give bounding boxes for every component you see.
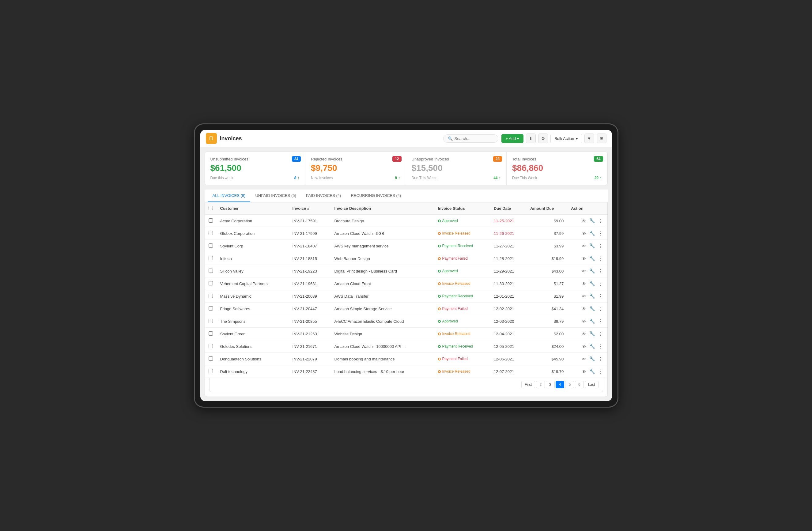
row-action: 👁 🔧 ⋮ — [567, 290, 607, 303]
view-icon[interactable]: 👁 — [581, 280, 587, 287]
add-button[interactable]: + Add ▾ — [502, 134, 524, 143]
edit-icon[interactable]: 🔧 — [589, 293, 596, 299]
row-checkbox-8[interactable] — [205, 315, 217, 328]
edit-icon[interactable]: 🔧 — [589, 305, 596, 312]
edit-icon[interactable]: 🔧 — [589, 368, 596, 375]
view-icon[interactable]: 👁 — [581, 230, 587, 237]
search-bar[interactable]: 🔍 — [443, 134, 498, 143]
view-icon[interactable]: 👁 — [581, 243, 587, 249]
more-icon[interactable]: ⋮ — [597, 280, 604, 287]
row-action: 👁 🔧 ⋮ — [567, 353, 607, 365]
row-checkbox-6[interactable] — [205, 290, 217, 303]
page-btn-last[interactable]: Last — [585, 381, 598, 388]
row-due-date: 11-26-2021 — [490, 227, 526, 240]
view-icon[interactable]: 👁 — [581, 331, 587, 337]
more-icon[interactable]: ⋮ — [597, 218, 604, 224]
row-checkbox-9[interactable] — [205, 328, 217, 340]
more-icon[interactable]: ⋮ — [597, 242, 604, 249]
edit-icon[interactable]: 🔧 — [589, 330, 596, 337]
more-icon[interactable]: ⋮ — [597, 330, 604, 337]
invoice-table: CustomerInvoice #Invoice DescriptionInvo… — [205, 203, 607, 378]
status-dot — [438, 308, 441, 310]
more-icon[interactable]: ⋮ — [597, 293, 604, 299]
edit-icon[interactable]: 🔧 — [589, 218, 596, 224]
row-action: 👁 🔧 ⋮ — [567, 365, 607, 378]
row-checkbox-1[interactable] — [205, 227, 217, 240]
view-icon[interactable]: 👁 — [581, 255, 587, 262]
filter-button[interactable]: ▼ — [584, 133, 594, 143]
status-text: Payment Failed — [442, 357, 468, 361]
search-input[interactable] — [454, 136, 494, 141]
screen: 🗒 Invoices 🔍 + Add ▾ ⬇ ⚙ Bulk Acti — [200, 130, 612, 401]
arrow-up-icon-3: ↑ — [600, 176, 602, 180]
select-all-checkbox[interactable] — [208, 206, 213, 210]
page-btn-2[interactable]: 2 — [536, 381, 545, 388]
edit-icon[interactable]: 🔧 — [589, 355, 596, 362]
status-dot — [438, 220, 441, 222]
tab-2[interactable]: PAID INVOICES (4) — [301, 190, 346, 202]
row-checkbox-10[interactable] — [205, 340, 217, 353]
more-icon[interactable]: ⋮ — [597, 343, 604, 350]
view-icon[interactable]: 👁 — [581, 356, 587, 362]
page-btn-5[interactable]: 5 — [565, 381, 574, 388]
edit-icon[interactable]: 🔧 — [589, 242, 596, 249]
view-icon[interactable]: 👁 — [581, 318, 587, 325]
col-header-1: Customer — [217, 203, 289, 215]
more-icon[interactable]: ⋮ — [597, 305, 604, 312]
summary-card-1: Rejected Invoices 12 $9,750 New Invoices… — [305, 152, 406, 185]
row-checkbox-0[interactable] — [205, 215, 217, 227]
summary-badge-0: 34 — [292, 156, 301, 162]
more-icon[interactable]: ⋮ — [597, 368, 604, 375]
status-text: Invoice Released — [442, 231, 470, 236]
view-icon[interactable]: 👁 — [581, 306, 587, 312]
view-icon[interactable]: 👁 — [581, 268, 587, 275]
row-checkbox-5[interactable] — [205, 278, 217, 290]
summary-label-0: Unsubmitted Invoices — [211, 157, 300, 161]
more-icon[interactable]: ⋮ — [597, 268, 604, 275]
row-amount: $3.99 — [526, 240, 567, 252]
row-due-date: 12-01-2021 — [490, 290, 526, 303]
row-due-date: 12-02-2021 — [490, 303, 526, 315]
settings-button[interactable]: ⚙ — [538, 133, 548, 143]
row-action: 👁 🔧 ⋮ — [567, 215, 607, 227]
col-header-6: Amount Due — [526, 203, 567, 215]
row-checkbox-3[interactable] — [205, 252, 217, 265]
table-row: Golddex SolutionsINV-21-21671Amazon Clou… — [205, 340, 607, 353]
table-row: Soylent GreenINV-21-21263Website DesignI… — [205, 328, 607, 340]
edit-icon[interactable]: 🔧 — [589, 343, 596, 350]
row-amount: $1.99 — [526, 290, 567, 303]
more-icon[interactable]: ⋮ — [597, 255, 604, 262]
row-checkbox-7[interactable] — [205, 303, 217, 315]
summary-footer-left-0: Due this week — [211, 176, 233, 180]
page-btn-first[interactable]: First — [521, 381, 535, 388]
view-icon[interactable]: 👁 — [581, 293, 587, 299]
more-icon[interactable]: ⋮ — [597, 318, 604, 325]
tab-3[interactable]: RECURRING INVOICES (4) — [346, 190, 406, 202]
layout-button[interactable]: ⊞ — [597, 133, 607, 143]
edit-icon[interactable]: 🔧 — [589, 318, 596, 325]
row-due-date: 12-07-2021 — [490, 365, 526, 378]
more-icon[interactable]: ⋮ — [597, 230, 604, 237]
view-icon[interactable]: 👁 — [581, 368, 587, 375]
tab-0[interactable]: ALL INVOICES (9) — [208, 190, 250, 202]
row-checkbox-2[interactable] — [205, 240, 217, 252]
row-status: Invoice Released — [434, 278, 490, 290]
row-checkbox-12[interactable] — [205, 365, 217, 378]
view-icon[interactable]: 👁 — [581, 343, 587, 350]
more-icon[interactable]: ⋮ — [597, 355, 604, 362]
row-checkbox-4[interactable] — [205, 265, 217, 278]
row-checkbox-11[interactable] — [205, 353, 217, 365]
page-btn-4[interactable]: 4 — [556, 381, 565, 388]
view-icon[interactable]: 👁 — [581, 218, 587, 224]
row-action: 👁 🔧 ⋮ — [567, 328, 607, 340]
edit-icon[interactable]: 🔧 — [589, 230, 596, 237]
row-amount: $45.90 — [526, 353, 567, 365]
edit-icon[interactable]: 🔧 — [589, 280, 596, 287]
page-btn-6[interactable]: 6 — [575, 381, 584, 388]
bulk-action-button[interactable]: Bulk Action ▾ — [550, 134, 582, 143]
tab-1[interactable]: UNPAID INVOICES (5) — [250, 190, 301, 202]
page-btn-3[interactable]: 3 — [546, 381, 555, 388]
edit-icon[interactable]: 🔧 — [589, 268, 596, 275]
download-button[interactable]: ⬇ — [526, 133, 536, 143]
edit-icon[interactable]: 🔧 — [589, 255, 596, 262]
